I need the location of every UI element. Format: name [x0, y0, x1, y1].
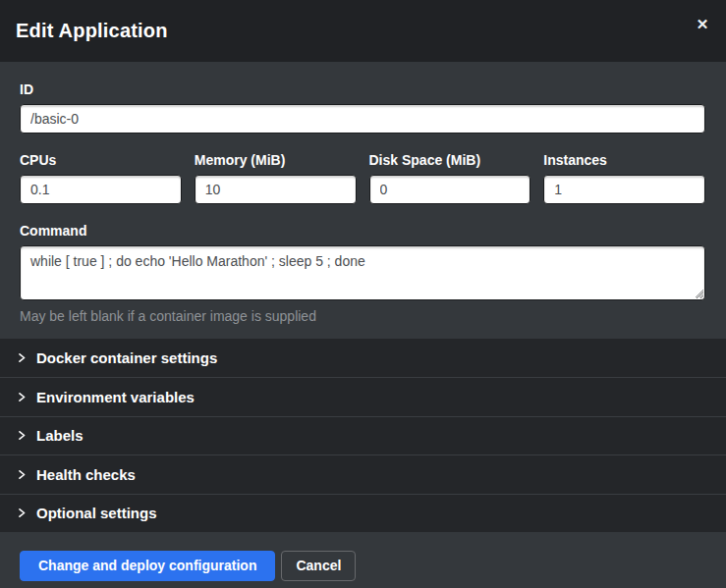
- chevron-right-icon: [18, 508, 27, 517]
- disk-field-group: Disk Space (MiB): [369, 152, 531, 204]
- section-label: Labels: [36, 427, 84, 444]
- command-help-text: May be left blank if a container image i…: [20, 308, 705, 324]
- instances-field-group: Instances: [543, 152, 705, 204]
- section-label: Environment variables: [36, 389, 195, 405]
- form-body: ID CPUs Memory (MiB) Disk Space (MiB) In…: [0, 62, 726, 339]
- chevron-right-icon: [18, 393, 27, 401]
- collapsible-sections: Docker container settings Environment va…: [0, 339, 726, 532]
- close-icon[interactable]: ✕: [693, 14, 712, 33]
- command-textarea[interactable]: while [ true ] ; do echo 'Hello Marathon…: [20, 245, 705, 300]
- section-optional-settings[interactable]: Optional settings: [0, 494, 726, 532]
- section-health-checks[interactable]: Health checks: [0, 454, 726, 493]
- section-docker-container-settings[interactable]: Docker container settings: [0, 339, 726, 377]
- section-label: Health checks: [36, 466, 136, 483]
- resources-row: CPUs Memory (MiB) Disk Space (MiB) Insta…: [20, 152, 705, 204]
- section-label: Optional settings: [36, 505, 157, 521]
- disk-input[interactable]: [369, 175, 531, 204]
- id-label: ID: [20, 81, 705, 97]
- change-and-deploy-button[interactable]: Change and deploy configuration: [20, 551, 275, 581]
- command-textarea-wrap: while [ true ] ; do echo 'Hello Marathon…: [20, 245, 705, 300]
- memory-input[interactable]: [195, 175, 357, 204]
- cpus-label: CPUs: [20, 152, 182, 168]
- section-labels[interactable]: Labels: [0, 416, 726, 454]
- disk-label: Disk Space (MiB): [369, 152, 531, 168]
- id-input[interactable]: [20, 104, 705, 134]
- edit-application-dialog: Edit Application ✕ ID CPUs Memory (MiB) …: [0, 0, 726, 588]
- dialog-footer: Change and deploy configuration Cancel: [0, 532, 726, 588]
- chevron-right-icon: [18, 470, 27, 479]
- memory-field-group: Memory (MiB): [195, 152, 357, 204]
- id-field-group: ID: [20, 81, 705, 134]
- section-environment-variables[interactable]: Environment variables: [0, 377, 726, 415]
- instances-input[interactable]: [543, 175, 705, 204]
- instances-label: Instances: [543, 152, 705, 168]
- command-field-group: Command while [ true ] ; do echo 'Hello …: [20, 223, 705, 324]
- chevron-right-icon: [18, 353, 27, 362]
- command-label: Command: [20, 223, 705, 239]
- memory-label: Memory (MiB): [195, 152, 357, 168]
- section-label: Docker container settings: [36, 349, 217, 366]
- cpus-input[interactable]: [20, 175, 182, 204]
- chevron-right-icon: [18, 431, 27, 440]
- dialog-title: Edit Application: [16, 20, 168, 42]
- cpus-field-group: CPUs: [20, 152, 182, 204]
- cancel-button[interactable]: Cancel: [281, 551, 356, 581]
- dialog-header: Edit Application ✕: [0, 0, 726, 62]
